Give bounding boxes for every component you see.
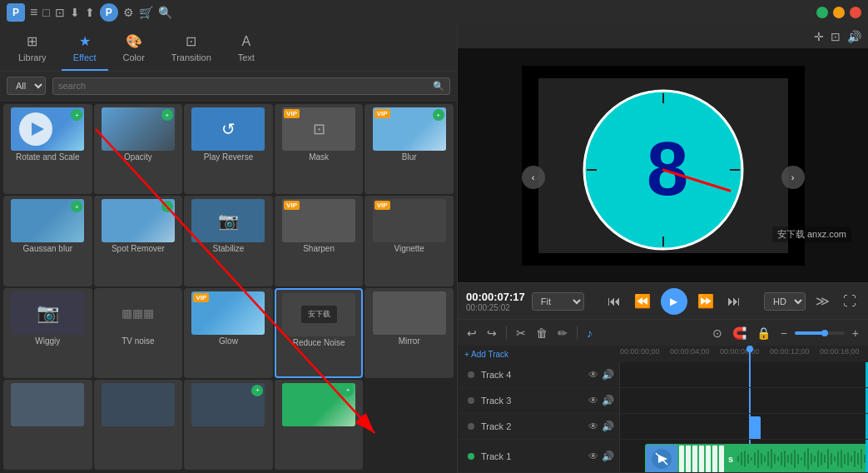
settings-icon[interactable]: ⚙ <box>123 6 134 19</box>
track-4-visibility[interactable]: 👁 <box>588 369 598 381</box>
minimize-button[interactable] <box>833 7 845 18</box>
effect-thumb-stabilize: 📷 <box>191 199 265 242</box>
track-1-name: Track 1 <box>481 451 511 461</box>
effect-mask[interactable]: VIP ⊡ Mask <box>275 104 364 194</box>
snap-button[interactable]: ⊙ <box>710 324 725 342</box>
effect-opacity[interactable]: + Opacity <box>94 104 183 194</box>
export-icon[interactable]: ⬇ <box>70 6 80 19</box>
effect-rotate-scale[interactable]: + Rotate and Scale <box>3 104 92 194</box>
prev-frame-button[interactable]: ⏪ <box>631 290 654 312</box>
effect-thumb-row4d: + <box>282 383 355 426</box>
move-icon[interactable]: ✛ <box>814 30 824 43</box>
effect-glow[interactable]: VIP Glow <box>184 288 273 378</box>
tab-effect[interactable]: ★ Effect <box>62 28 108 71</box>
zoom-in-button[interactable]: + <box>850 324 861 342</box>
ruler-mark-0: 00:00:00;00 <box>620 347 660 356</box>
audio-icon[interactable]: 🔊 <box>847 30 861 43</box>
track-2-visibility[interactable]: 👁 <box>588 421 598 432</box>
text-icon: A <box>242 34 251 49</box>
skip-end-button[interactable]: ⏭ <box>724 291 744 312</box>
effect-row4b[interactable] <box>94 380 183 470</box>
effect-play-reverse[interactable]: ↺ Play Reverse <box>184 104 273 194</box>
menu-icon[interactable]: ≡ <box>30 5 37 20</box>
profile-icon[interactable]: P <box>100 3 118 22</box>
play-button[interactable]: ▶ <box>661 288 687 315</box>
magnet-button[interactable]: 🧲 <box>730 324 749 342</box>
search-icon[interactable]: 🔍 <box>158 6 172 19</box>
track-1-visibility[interactable]: 👁 <box>588 451 598 462</box>
track-3-audio[interactable]: 🔊 <box>602 395 614 406</box>
timeline-header: + Add Track 00:00:00;00 00:00:04;00 00:0… <box>458 346 868 362</box>
cut-button[interactable]: ✂ <box>513 324 528 342</box>
effect-label-vignette: Vignette <box>366 244 452 253</box>
prev-arrow[interactable]: ‹ <box>522 166 545 189</box>
music-button[interactable]: ♪ <box>584 324 595 342</box>
lock-button[interactable]: 🔒 <box>754 324 773 342</box>
skip-start-button[interactable]: ⏮ <box>604 291 624 312</box>
close-button[interactable] <box>850 7 861 18</box>
effect-reduce-noise[interactable]: 安下载 Reduce Noise <box>275 288 364 378</box>
vip-badge-vignette: VIP <box>374 201 390 210</box>
track-3-visibility[interactable]: 👁 <box>588 395 598 406</box>
redo-button[interactable]: ↪ <box>484 324 499 342</box>
effect-stabilize[interactable]: 📷 Stabilize <box>184 196 273 286</box>
track-2-audio[interactable]: 🔊 <box>602 421 614 432</box>
effect-tv-noise[interactable]: ▦▦▦ TV noise <box>94 288 183 378</box>
store-icon[interactable]: 🛒 <box>139 6 153 19</box>
video-segment <box>646 445 677 472</box>
effect-row4a[interactable] <box>3 380 92 470</box>
search-magnifier-icon: 🔍 <box>433 81 444 92</box>
svg-rect-24 <box>767 451 769 466</box>
waveform-svg <box>737 446 868 472</box>
effect-vignette[interactable]: VIP Vignette <box>365 196 454 286</box>
import-icon[interactable]: ⬆ <box>85 6 95 19</box>
track-row-3: Track 3 👁 🔊 <box>458 388 868 414</box>
svg-rect-48 <box>847 452 849 466</box>
transition-icon: ⊡ <box>186 33 196 49</box>
tab-color[interactable]: 🎨 Color <box>112 28 156 71</box>
toolbar-sep1 <box>506 326 507 340</box>
effect-spot-remover[interactable]: + Spot Remover <box>94 196 183 286</box>
svg-rect-18 <box>747 454 749 464</box>
track-4-audio[interactable]: 🔊 <box>602 369 614 381</box>
undo-button[interactable]: ↩ <box>464 324 479 342</box>
effect-row4d[interactable]: + <box>275 380 364 470</box>
effect-mirror[interactable]: Mirror <box>365 288 454 378</box>
edit-button[interactable]: ✏ <box>555 324 570 342</box>
svg-rect-44 <box>834 456 836 461</box>
svg-rect-25 <box>771 449 772 469</box>
tab-text[interactable]: A Text <box>226 29 266 71</box>
zoom-slider[interactable] <box>795 331 845 335</box>
effect-sharpen[interactable]: VIP Sharpen <box>275 196 364 286</box>
effect-wiggly[interactable]: 📷 Wiggiy <box>3 288 92 378</box>
maximize-button[interactable] <box>816 7 828 18</box>
svg-rect-15 <box>737 456 739 462</box>
tab-library[interactable]: ⊞ Library <box>7 28 58 71</box>
effect-gaussian-blur[interactable]: + Gaussan blur <box>3 196 92 286</box>
template-icon[interactable]: ⊡ <box>55 6 65 19</box>
video-icon <box>649 446 674 471</box>
search-input[interactable] <box>58 81 429 91</box>
effect-thumb-vignette: VIP <box>373 199 446 242</box>
save-icon[interactable]: □ <box>42 6 49 19</box>
hd-select[interactable]: HD SD <box>764 292 806 311</box>
effect-label-play-reverse: Play Reverse <box>186 152 271 162</box>
delete-button[interactable]: 🗑 <box>533 324 550 342</box>
next-arrow[interactable]: › <box>781 166 805 189</box>
add-track-button[interactable]: + Add Track <box>464 350 508 359</box>
next-frame-button[interactable]: ⏩ <box>694 290 717 312</box>
effect-thumb-play-reverse: ↺ <box>191 107 265 151</box>
toolbar-sep2 <box>577 326 578 340</box>
fullscreen-icon[interactable]: ⛶ <box>840 291 860 312</box>
effect-blur[interactable]: VIP + Blur <box>365 104 454 194</box>
zoom-out-button[interactable]: − <box>778 324 790 342</box>
track-1-clip[interactable]: s <box>645 444 868 472</box>
filter-select[interactable]: All <box>7 77 46 95</box>
fit-select[interactable]: Fit 25% 50% 75% 100% <box>532 292 584 311</box>
track-3-dot <box>468 397 474 404</box>
tab-transition[interactable]: ⊡ Transition <box>160 28 223 71</box>
effect-row4c[interactable]: + <box>184 380 273 470</box>
crop-icon[interactable]: ⊡ <box>831 30 841 43</box>
more-options-icon[interactable]: ≫ <box>812 290 833 312</box>
track-1-audio[interactable]: 🔊 <box>602 451 614 462</box>
